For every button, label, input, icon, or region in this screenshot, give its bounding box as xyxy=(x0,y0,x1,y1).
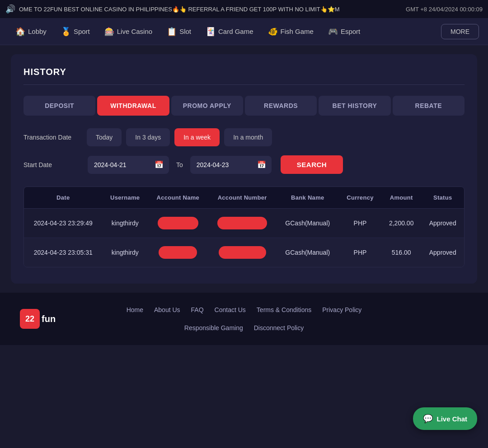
nav-item-live-casino[interactable]: 🎰 Live Casino xyxy=(98,23,159,40)
to-label: To xyxy=(174,161,185,168)
tab-rebate[interactable]: REBATE xyxy=(393,96,465,116)
footer-link-disconnect[interactable]: Disconnect Policy xyxy=(254,324,304,331)
tab-bet-history[interactable]: BET HISTORY xyxy=(319,96,390,116)
cell-username-1: kingthirdy xyxy=(102,209,148,238)
chat-icon: 💬 xyxy=(423,414,433,424)
footer-link-about[interactable]: About Us xyxy=(154,306,180,313)
footer-logo: 22 fun xyxy=(20,309,56,329)
cell-account-number-1 xyxy=(208,209,277,238)
col-account-name: Account Name xyxy=(148,187,208,209)
slot-icon: 📋 xyxy=(167,27,177,37)
tab-withdrawal[interactable]: WITHDRAWAL xyxy=(97,96,169,116)
nav-label-lobby: Lobby xyxy=(28,28,47,35)
footer-link-privacy[interactable]: Privacy Policy xyxy=(322,306,361,313)
nav-label-esport: Esport xyxy=(341,28,360,35)
nav-label-card-game: Card Game xyxy=(218,28,253,35)
main-content: HISTORY DEPOSIT WITHDRAWAL PROMO APPLY R… xyxy=(0,45,488,293)
col-amount: Amount xyxy=(381,187,421,209)
start-date-wrapper: 📅 xyxy=(88,156,169,174)
nav-item-fish-game[interactable]: 🐠 Fish Game xyxy=(262,23,320,40)
cell-account-name-1 xyxy=(148,209,208,238)
nav-label-live-casino: Live Casino xyxy=(117,28,152,35)
footer: 22 fun Home About Us FAQ Contact Us Term… xyxy=(0,293,488,345)
cell-currency-1: PHP xyxy=(339,209,381,238)
footer-link-faq[interactable]: FAQ xyxy=(191,306,204,313)
end-date-wrapper: 📅 xyxy=(190,156,272,174)
home-icon: 🏠 xyxy=(15,27,25,37)
redacted-account-name-2 xyxy=(159,246,197,259)
logo-box: 22 xyxy=(20,309,40,329)
cell-amount-2: 516.00 xyxy=(381,238,421,267)
cell-date-2: 2024-04-23 23:05:31 xyxy=(24,238,102,267)
marquee-text: OME TO 22FUN BEST ONLINE CASINO IN PHILI… xyxy=(19,6,340,13)
col-date: Date xyxy=(24,187,102,209)
live-casino-icon: 🎰 xyxy=(104,27,114,37)
date-range-row: Start Date 📅 To 📅 SEARCH xyxy=(23,155,465,174)
fish-game-icon: 🐠 xyxy=(268,27,278,37)
cell-bank-name-2: GCash(Manual) xyxy=(277,238,339,267)
cell-date-1: 2024-04-23 23:29:49 xyxy=(24,209,102,238)
tabs-row: DEPOSIT WITHDRAWAL PROMO APPLY REWARDS B… xyxy=(23,96,465,116)
transaction-date-label: Transaction Date xyxy=(23,134,82,141)
cell-status-1: Approved xyxy=(421,209,464,238)
tab-deposit[interactable]: DEPOSIT xyxy=(23,96,95,116)
footer-link-terms[interactable]: Terms & Conditions xyxy=(257,306,311,313)
cell-status-2: Approved xyxy=(421,238,464,267)
nav-item-slot[interactable]: 📋 Slot xyxy=(160,23,197,40)
divider xyxy=(23,84,465,85)
card-game-icon: 🃏 xyxy=(206,27,216,37)
tab-promo-apply[interactable]: PROMO APPLY xyxy=(171,96,243,116)
col-username: Username xyxy=(102,187,148,209)
nav-more-button[interactable]: MORE xyxy=(441,24,479,39)
end-date-input[interactable] xyxy=(190,156,272,174)
table-row: 2024-04-23 23:05:31 kingthirdy GCash(Man… xyxy=(24,238,464,267)
cell-account-name-2 xyxy=(148,238,208,267)
history-table: Date Username Account Name Account Numbe… xyxy=(24,187,464,267)
table-header-row: Date Username Account Name Account Numbe… xyxy=(24,187,464,209)
nav-label-fish-game: Fish Game xyxy=(281,28,314,35)
nav-item-lobby[interactable]: 🏠 Lobby xyxy=(9,23,53,40)
nav-label-sport: Sport xyxy=(74,28,90,35)
nav-bar: 🏠 Lobby 🏅 Sport 🎰 Live Casino 📋 Slot 🃏 C… xyxy=(0,18,488,45)
footer-link-contact[interactable]: Contact Us xyxy=(215,306,246,313)
col-account-number: Account Number xyxy=(208,187,277,209)
speaker-icon: 🔊 xyxy=(5,4,15,14)
start-date-label: Start Date xyxy=(23,161,82,168)
footer-link-home[interactable]: Home xyxy=(127,306,143,313)
history-card: HISTORY DEPOSIT WITHDRAWAL PROMO APPLY R… xyxy=(11,54,477,284)
table-row: 2024-04-23 23:29:49 kingthirdy GCash(Man… xyxy=(24,209,464,238)
cell-account-number-2 xyxy=(208,238,277,267)
history-title: HISTORY xyxy=(23,67,465,77)
filter-row: Transaction Date Today In 3 days In a we… xyxy=(23,128,465,146)
esport-icon: 🎮 xyxy=(328,27,338,37)
marquee-bar: 🔊 OME TO 22FUN BEST ONLINE CASINO IN PHI… xyxy=(0,0,488,18)
col-currency: Currency xyxy=(339,187,381,209)
sport-icon: 🏅 xyxy=(61,27,71,37)
cell-currency-2: PHP xyxy=(339,238,381,267)
col-bank-name: Bank Name xyxy=(277,187,339,209)
tab-rewards[interactable]: REWARDS xyxy=(245,96,317,116)
col-status: Status xyxy=(421,187,464,209)
logo-fun: fun xyxy=(42,314,56,324)
filter-3days[interactable]: In 3 days xyxy=(126,128,170,146)
footer-links-row2: Responsible Gaming Disconnect Policy xyxy=(184,324,304,331)
nav-label-slot: Slot xyxy=(179,28,191,35)
marquee-time: GMT +8 24/04/2024 00:00:09 xyxy=(406,6,483,13)
start-date-input[interactable] xyxy=(88,156,169,174)
nav-item-sport[interactable]: 🏅 Sport xyxy=(55,23,96,40)
search-button[interactable]: SEARCH xyxy=(281,155,343,174)
footer-link-responsible[interactable]: Responsible Gaming xyxy=(184,324,243,331)
filter-week[interactable]: In a week xyxy=(174,128,220,146)
cell-amount-1: 2,200.00 xyxy=(381,209,421,238)
history-table-wrapper: Date Username Account Name Account Numbe… xyxy=(23,187,465,267)
filter-month[interactable]: In a month xyxy=(224,128,272,146)
redacted-account-name-1 xyxy=(158,217,198,229)
live-chat-button[interactable]: 💬 Live Chat xyxy=(413,407,477,430)
live-chat-label: Live Chat xyxy=(436,415,467,423)
cell-username-2: kingthirdy xyxy=(102,238,148,267)
nav-item-esport[interactable]: 🎮 Esport xyxy=(322,23,366,40)
nav-item-card-game[interactable]: 🃏 Card Game xyxy=(199,23,260,40)
cell-bank-name-1: GCash(Manual) xyxy=(277,209,339,238)
filter-today[interactable]: Today xyxy=(87,128,122,146)
footer-bottom: 22 fun Home About Us FAQ Contact Us Term… xyxy=(9,306,479,331)
